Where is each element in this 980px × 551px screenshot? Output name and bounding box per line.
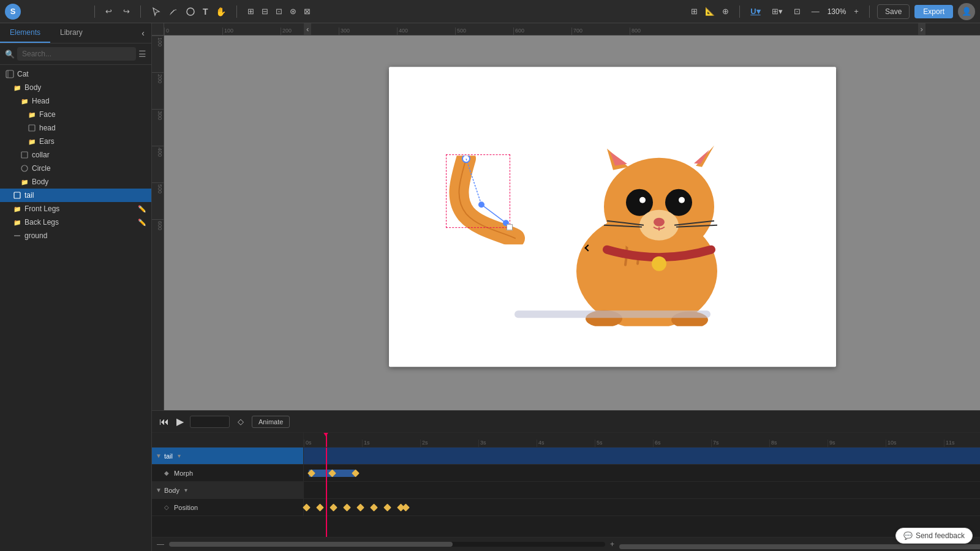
tree-item-body[interactable]: 📁 Body [0, 81, 151, 94]
app-logo[interactable]: S [5, 4, 21, 20]
tl-plus-btn[interactable]: + [610, 540, 614, 549]
tree-item-head-shape[interactable]: head [0, 121, 151, 135]
timecode-input[interactable]: 0:00.40 [190, 416, 230, 428]
resize-btn[interactable]: ⊡ [791, 5, 804, 18]
morph-track: ◆ Morph [152, 465, 980, 482]
tail-shape[interactable] [448, 156, 527, 246]
pos-kf-1[interactable] [316, 503, 324, 511]
send-feedback-btn[interactable]: 💬 Send feedback [895, 528, 973, 544]
crop-tool[interactable]: ⊡ [273, 5, 285, 18]
pos-kf-2[interactable] [330, 503, 337, 511]
pos-kf-8[interactable] [402, 503, 410, 511]
pos-kf-0[interactable] [303, 503, 311, 511]
zoom-plus[interactable]: + [851, 5, 862, 18]
tail-track-expand[interactable]: ▼ [156, 452, 162, 459]
timeline-scroll-thumb[interactable] [169, 542, 453, 547]
zoom-minus[interactable]: — [809, 5, 823, 18]
tree-item-ears[interactable]: 📁 Ears [0, 135, 151, 148]
ruler-v-600: 600 [152, 219, 164, 256]
ruler-btn[interactable]: 📐 [702, 5, 718, 18]
tree-label-front-legs: Front Legs [24, 204, 59, 213]
hand-tool[interactable]: ✋ [213, 5, 229, 18]
pos-kf-5[interactable] [370, 503, 378, 511]
body-track-content[interactable] [304, 482, 980, 498]
tree-item-circle[interactable]: Circle [0, 162, 151, 175]
underline-btn[interactable]: U▾ [747, 5, 763, 18]
export-button[interactable]: Export [914, 5, 953, 18]
redo-button[interactable]: ↪ [120, 5, 133, 18]
play-btn[interactable]: ▶ [175, 414, 185, 429]
tree-item-tail[interactable]: tail [0, 189, 151, 202]
collapse-panel-btn[interactable]: ‹ [138, 26, 148, 40]
tl-minus-btn[interactable]: — [157, 540, 164, 549]
search-icon: 🔍 [5, 50, 15, 59]
tl-5s: 5s [595, 440, 653, 447]
collapse-left-btn[interactable]: ‹ [304, 23, 311, 35]
pos-kf-6[interactable] [383, 503, 391, 511]
tree-label-head-group: Head [32, 97, 50, 105]
tail-track-label: ▼ tail ▾ [152, 448, 304, 464]
skip-to-start-btn[interactable]: ⏮ [158, 415, 170, 429]
body-track-more[interactable]: ▾ [184, 487, 187, 493]
svg-point-16 [639, 197, 646, 203]
morph-track-content[interactable] [304, 465, 980, 481]
collapse-right-btn[interactable]: › [918, 23, 925, 35]
tree-label-head: head [39, 124, 56, 132]
tab-library[interactable]: Library [50, 23, 92, 43]
tab-elements[interactable]: Elements [0, 23, 50, 43]
pos-kf-3[interactable] [343, 503, 351, 511]
tail-track-more[interactable]: ▾ [178, 452, 181, 459]
canvas-area: 0 100 200 300 400 500 600 700 800 ‹ › 10… [152, 23, 980, 551]
tree-item-cat[interactable]: Cat [0, 67, 151, 81]
folder-icon-body-shape: 📁 [20, 177, 29, 187]
tl-scroll-right-thumb[interactable] [619, 544, 980, 549]
animate-btn[interactable]: Animate [252, 416, 290, 428]
tail-track-content[interactable] [304, 448, 980, 464]
pos-kf-4[interactable] [356, 503, 364, 511]
tree-label-cat: Cat [17, 70, 29, 78]
svg-point-24 [652, 257, 666, 271]
tree-item-back-legs[interactable]: 📁 Back Legs ✏️ [0, 216, 151, 229]
ruler-v-400: 400 [152, 146, 164, 182]
cat-illustration [506, 94, 763, 328]
tree-label-ground: ground [24, 231, 47, 240]
ruler-left: 100 200 300 400 500 600 [152, 36, 164, 410]
guide-btn[interactable]: ⊕ [719, 5, 732, 18]
distribute-tool[interactable]: ⊟ [258, 5, 271, 18]
undo-button[interactable]: ↩ [102, 5, 115, 18]
playhead[interactable] [326, 433, 327, 448]
ruler-v-300: 300 [152, 109, 164, 146]
morph-diamond: ◆ [164, 470, 169, 476]
timeline-scroll-track[interactable] [169, 542, 605, 547]
tree-item-head-group[interactable]: 📁 Head [0, 94, 151, 108]
tree-item-front-legs[interactable]: 📁 Front Legs ✏️ [0, 202, 151, 216]
tree-item-ground[interactable]: ground [0, 229, 151, 242]
body-track-expand[interactable]: ▼ [156, 487, 162, 493]
project-name-input[interactable]: Cat Walk [26, 7, 87, 16]
ruler-400: 400 [397, 28, 455, 35]
position-track-content[interactable] [304, 499, 980, 515]
save-button[interactable]: Save [877, 4, 910, 19]
tree-label-back-legs: Back Legs [24, 218, 59, 227]
mask-tool[interactable]: ⊛ [287, 5, 300, 18]
ruler-v-500: 500 [152, 182, 164, 219]
grid-view-btn[interactable]: ⊞▾ [769, 5, 786, 18]
keyframe-btn[interactable]: ◇ [235, 415, 247, 428]
group-tool[interactable]: ⊠ [301, 5, 314, 18]
search-input[interactable] [17, 47, 136, 61]
ruler-500: 500 [455, 28, 513, 35]
canvas-viewport[interactable] [164, 36, 980, 410]
tree-item-body-shape[interactable]: 📁 Body [0, 175, 151, 189]
align-tool[interactable]: ⊞ [244, 5, 257, 18]
user-avatar[interactable]: 👤 [958, 3, 975, 20]
text-tool[interactable]: T [200, 5, 211, 18]
grid-btn[interactable]: ⊞ [688, 5, 701, 18]
ground-shape [514, 310, 710, 318]
select-tool[interactable] [148, 5, 164, 18]
tl-6s: 6s [653, 440, 711, 447]
tree-item-collar[interactable]: collar [0, 148, 151, 162]
tree-item-face[interactable]: 📁 Face [0, 108, 151, 121]
list-view-btn[interactable]: ☰ [138, 49, 146, 59]
shape-tool[interactable] [183, 5, 198, 18]
pen-tool[interactable] [165, 5, 181, 18]
